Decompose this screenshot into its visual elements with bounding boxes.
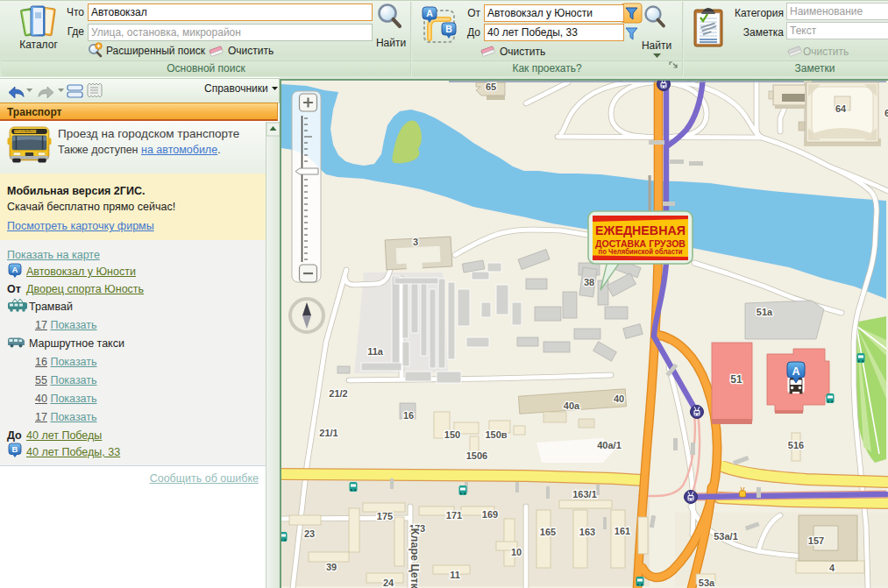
svg-text:4: 4 (829, 563, 835, 573)
svg-text:23: 23 (304, 528, 315, 539)
svg-text:11: 11 (450, 570, 460, 580)
svg-text:53a: 53a (699, 577, 715, 588)
svg-text:A: A (426, 8, 433, 18)
svg-text:64: 64 (835, 103, 847, 114)
svg-text:Кларе Цеткин: Кларе Цеткин (408, 528, 421, 588)
svg-text:40a: 40a (564, 400, 580, 411)
svg-text:A: A (792, 365, 799, 378)
svg-text:163: 163 (579, 527, 595, 537)
svg-text:157: 157 (808, 535, 824, 546)
svg-text:21/1: 21/1 (319, 428, 337, 438)
svg-text:6: 6 (884, 108, 888, 118)
svg-text:1506: 1506 (466, 450, 487, 461)
svg-text:165: 165 (540, 527, 556, 537)
svg-text:11a: 11a (367, 346, 384, 357)
svg-text:171: 171 (446, 510, 462, 521)
svg-text:16: 16 (403, 410, 414, 421)
svg-text:51a: 51a (757, 307, 773, 317)
svg-text:10: 10 (511, 547, 522, 557)
svg-text:по Челябинской области: по Челябинской области (599, 247, 683, 256)
svg-text:150: 150 (444, 429, 460, 440)
svg-text:161: 161 (614, 526, 630, 536)
svg-text:51: 51 (730, 373, 742, 386)
svg-text:B: B (12, 444, 18, 454)
svg-text:53a/1: 53a/1 (714, 531, 738, 542)
svg-text:24: 24 (383, 577, 394, 588)
svg-text:39: 39 (326, 562, 337, 572)
svg-text:516: 516 (788, 440, 804, 450)
svg-text:175: 175 (377, 511, 393, 521)
svg-text:ЕЖЕДНЕВНАЯ: ЕЖЕДНЕВНАЯ (595, 223, 686, 237)
svg-text:65: 65 (486, 81, 496, 92)
svg-text:ТРОЛЛЕЙБУС: ТРОЛЛЕЙБУС (14, 130, 36, 133)
svg-text:40a/1: 40a/1 (597, 440, 622, 450)
svg-text:38: 38 (584, 277, 594, 287)
svg-text:150в: 150в (485, 429, 507, 440)
svg-text:3: 3 (413, 237, 418, 247)
svg-text:A: A (12, 265, 18, 274)
svg-text:21/2: 21/2 (329, 388, 347, 399)
svg-text:169: 169 (482, 509, 498, 520)
svg-text:40: 40 (614, 393, 624, 404)
svg-text:163/1: 163/1 (572, 489, 597, 499)
